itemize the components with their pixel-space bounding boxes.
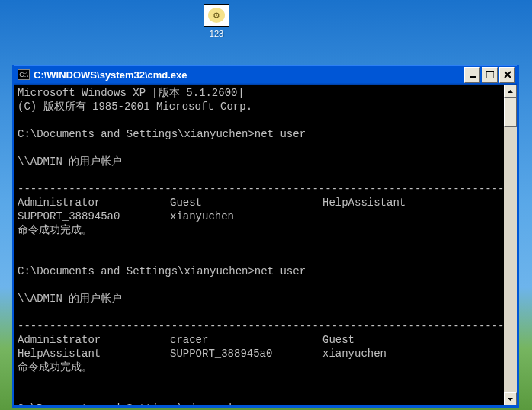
header-line-1: Microsoft Windows XP [版本 5.1.2600] [18, 87, 244, 99]
gear-icon: ⚙ [208, 8, 225, 23]
desktop-icon-123[interactable]: ⚙ 123 [198, 4, 235, 38]
svg-rect-2 [486, 71, 494, 72]
prompt-3: C:\Documents and Settings\xianyuchen> [18, 402, 255, 405]
user-cell: cracer [170, 333, 322, 347]
header-line-2: (C) 版权所有 1985-2001 Microsoft Corp. [18, 101, 252, 113]
user-cell: SUPPORT_388945a0 [18, 210, 170, 223]
maximize-icon [486, 71, 494, 78]
scroll-up-button[interactable] [504, 85, 517, 98]
user-cell: xianyuchen [170, 210, 322, 223]
cmd-icon: C:\ [18, 69, 30, 80]
user-cell: Administrator [18, 333, 170, 347]
success-msg-1: 命令成功完成。 [18, 224, 92, 236]
svg-marker-5 [508, 90, 513, 93]
chevron-up-icon [508, 90, 513, 93]
user-cell: Guest [170, 196, 322, 210]
scroll-down-button[interactable] [504, 392, 517, 405]
svg-marker-6 [508, 398, 513, 401]
success-msg-2: 命令成功完成。 [18, 361, 92, 373]
user-list-1-row-1: AdministratorGuestHelpAssistant [18, 196, 501, 210]
cmd-icon-text: C:\ [19, 71, 28, 78]
titlebar[interactable]: C:\ C:\WINDOWS\system32\cmd.exe [14, 65, 517, 85]
user-cell [322, 210, 501, 223]
user-list-2-row-2: HelpAssistantSUPPORT_388945a0xianyuchen [18, 347, 501, 360]
prompt-2: C:\Documents and Settings\xianyuchen> [18, 265, 255, 277]
close-button[interactable] [499, 67, 515, 83]
section-header-1: \\ADMIN 的用户帐户 [18, 155, 122, 168]
console-output[interactable]: Microsoft Windows XP [版本 5.1.2600] (C) 版… [14, 85, 504, 405]
scroll-track[interactable] [504, 98, 517, 392]
user-cell: xianyuchen [322, 347, 501, 360]
titlebar-buttons [464, 67, 515, 83]
user-list-2-row-1: AdministratorcracerGuest [18, 333, 501, 347]
close-icon [504, 71, 511, 78]
user-cell: Guest [322, 333, 501, 347]
desktop-icon-label: 123 [210, 29, 223, 38]
command-2: net user [255, 265, 306, 277]
user-cell: SUPPORT_388945a0 [170, 347, 322, 360]
section-header-2: \\ADMIN 的用户帐户 [18, 293, 122, 305]
minimize-button[interactable] [464, 67, 480, 83]
divider-2: ----------------------------------------… [18, 320, 504, 332]
icon-background: ⚙ [204, 4, 229, 27]
user-cell: Administrator [18, 196, 170, 210]
user-list-1-row-2: SUPPORT_388945a0xianyuchen [18, 210, 501, 223]
cmd-window: C:\ C:\WINDOWS\system32\cmd.exe Microsof… [12, 65, 519, 408]
window-title: C:\WINDOWS\system32\cmd.exe [34, 69, 464, 81]
chevron-down-icon [508, 398, 513, 401]
user-cell: HelpAssistant [18, 347, 170, 360]
prompt-1: C:\Documents and Settings\xianyuchen> [18, 128, 255, 140]
scroll-thumb[interactable] [504, 98, 517, 127]
maximize-button[interactable] [482, 67, 498, 83]
scrollbar[interactable] [504, 85, 517, 405]
user-cell: HelpAssistant [322, 196, 501, 210]
divider-1: ----------------------------------------… [18, 183, 504, 195]
svg-rect-0 [470, 76, 476, 78]
command-1: net user [255, 128, 306, 140]
minimize-icon [469, 71, 476, 78]
console-wrap: Microsoft Windows XP [版本 5.1.2600] (C) 版… [14, 85, 517, 405]
